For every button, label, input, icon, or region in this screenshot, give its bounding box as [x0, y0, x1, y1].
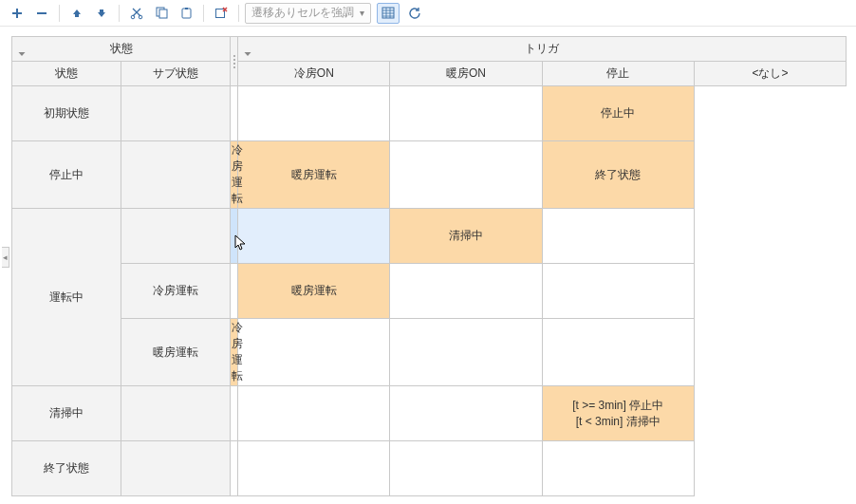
- add-button[interactable]: [6, 3, 28, 24]
- transition-cell[interactable]: [231, 209, 238, 264]
- transition-cell[interactable]: [238, 319, 390, 386]
- svg-rect-4: [159, 9, 167, 18]
- substate-cell[interactable]: [121, 441, 231, 496]
- transition-cell[interactable]: [238, 209, 390, 264]
- svg-rect-5: [182, 9, 191, 18]
- transition-cell[interactable]: 冷房運転: [231, 319, 238, 386]
- cut-button[interactable]: [125, 3, 148, 24]
- transition-cell[interactable]: [542, 209, 694, 264]
- header-trigger-2[interactable]: 停止: [542, 62, 694, 86]
- transition-cell[interactable]: [542, 441, 694, 496]
- grid-view-button[interactable]: [377, 3, 400, 24]
- transition-cell[interactable]: [238, 386, 390, 441]
- copy-button[interactable]: [150, 3, 173, 24]
- separator: [59, 5, 60, 22]
- substate-cell[interactable]: 暖房運転: [121, 319, 231, 386]
- chevron-down-icon: ▾: [360, 8, 364, 18]
- substate-cell[interactable]: 冷房運転: [121, 264, 231, 319]
- header-trigger-3[interactable]: <なし>: [694, 62, 846, 86]
- paste-button[interactable]: [175, 3, 197, 24]
- header-state-group: 状態: [110, 42, 133, 55]
- left-expander[interactable]: ◂: [2, 247, 9, 268]
- expand-state-icon[interactable]: [16, 43, 26, 52]
- transition-cell[interactable]: [231, 441, 238, 496]
- transition-cell[interactable]: [238, 441, 390, 496]
- separator: [203, 5, 204, 22]
- header-substate[interactable]: サブ状態: [121, 62, 231, 86]
- highlight-combo-label: 遷移ありセルを強調: [251, 5, 354, 21]
- transition-cell[interactable]: [542, 319, 694, 386]
- toolbar: 遷移ありセルを強調 ▾: [0, 0, 856, 27]
- transition-cell[interactable]: [390, 141, 542, 209]
- transition-cell[interactable]: [238, 86, 390, 141]
- transition-cell[interactable]: [390, 264, 542, 319]
- state-cell[interactable]: 初期状態: [12, 86, 121, 141]
- state-cell[interactable]: 運転中: [12, 209, 121, 386]
- state-cell[interactable]: 終了状態: [12, 441, 121, 496]
- transition-cell[interactable]: [390, 386, 542, 441]
- highlight-combo[interactable]: 遷移ありセルを強調 ▾: [245, 3, 371, 24]
- state-cell[interactable]: 停止中: [12, 141, 121, 209]
- delete-content-button[interactable]: [210, 3, 233, 24]
- cursor-icon: [234, 234, 248, 252]
- header-trigger-1[interactable]: 暖房ON: [390, 62, 542, 86]
- move-down-button[interactable]: [90, 3, 113, 24]
- transition-cell[interactable]: 暖房運転: [238, 264, 390, 319]
- state-transition-table-wrap: 状態 トリガ 状態 サブ状態 冷房ON 暖房ON 停止 <なし> 初期状態停止中…: [0, 27, 856, 504]
- move-up-button[interactable]: [65, 3, 88, 24]
- transition-cell[interactable]: [542, 264, 694, 319]
- state-transition-table[interactable]: 状態 トリガ 状態 サブ状態 冷房ON 暖房ON 停止 <なし> 初期状態停止中…: [11, 36, 847, 496]
- expand-trigger-icon[interactable]: [242, 43, 251, 52]
- substate-cell[interactable]: [121, 141, 231, 209]
- header-state[interactable]: 状態: [12, 62, 121, 86]
- refresh-button[interactable]: [403, 3, 426, 24]
- substate-cell[interactable]: [121, 209, 231, 264]
- separator: [238, 5, 239, 22]
- substate-cell[interactable]: [121, 386, 231, 441]
- transition-cell[interactable]: [231, 264, 238, 319]
- header-trigger-0[interactable]: 冷房ON: [238, 62, 390, 86]
- transition-cell[interactable]: [390, 319, 542, 386]
- transition-cell[interactable]: 終了状態: [542, 141, 694, 209]
- substate-cell[interactable]: [121, 86, 231, 141]
- svg-rect-6: [185, 8, 188, 9]
- transition-cell[interactable]: 清掃中: [390, 209, 542, 264]
- remove-button[interactable]: [30, 3, 53, 24]
- transition-cell[interactable]: [231, 86, 238, 141]
- transition-cell[interactable]: [t >= 3min] 停止中[t < 3min] 清掃中: [542, 386, 694, 441]
- header-trigger-group: トリガ: [525, 42, 559, 55]
- transition-cell[interactable]: [390, 441, 542, 496]
- transition-cell[interactable]: [390, 86, 542, 141]
- transition-cell[interactable]: 冷房運転: [231, 141, 238, 209]
- transition-cell[interactable]: [231, 386, 238, 441]
- column-splitter[interactable]: [231, 37, 238, 86]
- separator: [119, 5, 120, 22]
- state-cell[interactable]: 清掃中: [12, 386, 121, 441]
- transition-cell[interactable]: 停止中: [542, 86, 694, 141]
- transition-cell[interactable]: 暖房運転: [238, 141, 390, 209]
- svg-rect-0: [37, 12, 47, 14]
